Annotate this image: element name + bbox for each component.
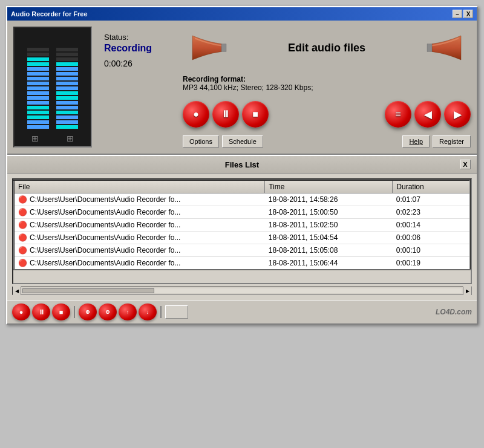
table-row[interactable]: 🔴C:\Users\User\Documents\Audio Recorder … [14, 257, 470, 270]
stop-icon: ■ [252, 109, 258, 120]
toolbar-small-rect[interactable] [165, 305, 188, 319]
toolbar-btn7[interactable]: ↓ [139, 304, 157, 320]
file-cell: 🔴C:\Users\User\Documents\Audio Recorder … [14, 232, 265, 244]
right-panel: Edit audio files [183, 27, 471, 148]
format-title: Recording format: [183, 75, 471, 83]
nav-controls: ≡ ◀ ▶ [385, 101, 471, 128]
time-cell: 18-08-2011, 15:06:44 [265, 257, 393, 270]
files-list-title: Files List [24, 160, 460, 169]
vu-bar-right [55, 38, 79, 129]
record-icon: ● [193, 109, 199, 120]
playlist-button[interactable]: ≡ [385, 101, 411, 128]
help-button[interactable]: Help [402, 135, 430, 148]
horn-right [422, 30, 471, 66]
prev-icon: ◀ [424, 109, 431, 120]
toolbar-btn4[interactable]: ⊕ [79, 304, 97, 320]
top-section: ⊞ ⊞ Status: Recording 0:00:26 [7, 21, 477, 155]
pause-button[interactable]: ⏸ [212, 101, 239, 128]
edit-audio-label: Edit audio files [231, 42, 422, 54]
file-cell: 🔴C:\Users\User\Documents\Audio Recorder … [14, 219, 265, 232]
file-icon: 🔴 [18, 195, 27, 204]
horn-left [183, 30, 231, 66]
horn-row: Edit audio files [183, 27, 471, 69]
toolbar-separator-1 [74, 306, 75, 318]
next-button[interactable]: ▶ [444, 101, 471, 128]
files-section: Files List X File Time Duration [7, 155, 477, 300]
table-row[interactable]: 🔴C:\Users\User\Documents\Audio Recorder … [14, 244, 470, 257]
time-cell: 18-08-2011, 15:05:08 [265, 244, 393, 257]
duration-cell: 0:01:07 [393, 193, 470, 206]
file-cell: 🔴C:\Users\User\Documents\Audio Recorder … [14, 206, 265, 219]
table-row[interactable]: 🔴C:\Users\User\Documents\Audio Recorder … [14, 219, 470, 232]
files-table: File Time Duration 🔴C:\Users\User\Docume… [13, 180, 471, 270]
schedule-button[interactable]: Schedule [222, 135, 263, 148]
status-value: Recording [104, 43, 171, 54]
prev-button[interactable]: ◀ [414, 101, 441, 128]
close-button[interactable]: X [463, 10, 473, 18]
file-cell: 🔴C:\Users\User\Documents\Audio Recorder … [14, 244, 265, 257]
expand-icon: ⊞ [31, 134, 39, 143]
file-cell: 🔴C:\Users\User\Documents\Audio Recorder … [14, 257, 265, 270]
table-row[interactable]: 🔴C:\Users\User\Documents\Audio Recorder … [14, 206, 470, 219]
file-icon: 🔴 [18, 259, 27, 267]
time-cell: 18-08-2011, 15:04:54 [265, 232, 393, 244]
file-icon: 🔴 [18, 221, 27, 229]
duration-cell: 0:00:14 [393, 219, 470, 232]
vu-meter: ⊞ ⊞ [13, 27, 92, 148]
stop-button[interactable]: ■ [242, 101, 269, 128]
title-bar-buttons: – X [453, 10, 473, 18]
files-content: File Time Duration 🔴C:\Users\User\Docume… [7, 174, 477, 300]
window-title: Audio Recorder for Free [11, 10, 88, 18]
minimize-button[interactable]: – [453, 10, 462, 18]
next-icon: ▶ [454, 109, 461, 120]
files-header: Files List X [7, 156, 477, 174]
time-display: 0:00:26 [104, 59, 171, 68]
duration-cell: 0:00:06 [393, 232, 470, 244]
col-time: Time [265, 180, 393, 193]
bottom-buttons: Options Schedule Help Register [183, 135, 471, 148]
expand-icon-2: ⊞ [67, 134, 74, 143]
toolbar-pause-button[interactable]: ⏸ [32, 304, 50, 320]
file-icon: 🔴 [18, 246, 27, 255]
time-cell: 18-08-2011, 15:00:50 [265, 206, 393, 219]
options-button[interactable]: Options [183, 135, 219, 148]
toolbar-icon7: ↓ [146, 309, 149, 315]
toolbar-icon4: ⊕ [85, 309, 90, 315]
controls-row: ● ⏸ ■ ≡ ◀ ▶ [183, 98, 471, 131]
toolbar-icon5: ⊖ [105, 309, 110, 315]
bottom-toolbar: ● ⏸ ■ ⊕ ⊖ ↑ ↓ LO4D.com [7, 300, 477, 323]
files-close-button[interactable]: X [460, 160, 471, 169]
toolbar-btn6[interactable]: ↑ [119, 304, 137, 320]
files-table-inner[interactable]: File Time Duration 🔴C:\Users\User\Docume… [13, 180, 471, 283]
table-header-row: File Time Duration [14, 180, 470, 193]
duration-cell: 0:00:10 [393, 244, 470, 257]
toolbar-record-button[interactable]: ● [12, 304, 30, 320]
scroll-left-button[interactable]: ◀ [13, 287, 21, 295]
duration-cell: 0:00:19 [393, 257, 470, 270]
watermark-logo: LO4D.com [436, 308, 472, 316]
playlist-icon: ≡ [395, 109, 401, 120]
table-row[interactable]: 🔴C:\Users\User\Documents\Audio Recorder … [14, 232, 470, 244]
file-icon: 🔴 [18, 208, 27, 216]
toolbar-btn5[interactable]: ⊖ [99, 304, 117, 320]
vu-bottom-icons: ⊞ ⊞ [18, 134, 88, 143]
time-cell: 18-08-2011, 15:02:50 [265, 219, 393, 232]
toolbar-stop-button[interactable]: ■ [52, 304, 70, 320]
toolbar-icon6: ↑ [126, 309, 129, 315]
toolbar-record-icon: ● [19, 308, 24, 316]
toolbar-pause-icon: ⏸ [38, 308, 45, 316]
table-row[interactable]: 🔴C:\Users\User\Documents\Audio Recorder … [14, 193, 470, 206]
status-panel: Status: Recording 0:00:26 [98, 27, 177, 148]
pause-icon: ⏸ [221, 109, 231, 120]
playback-controls: ● ⏸ ■ [183, 101, 269, 128]
record-button[interactable]: ● [183, 101, 209, 128]
format-details: MP3 44,100 kHz; Stereo; 128-320 Kbps; [183, 83, 471, 92]
col-duration: Duration [393, 180, 470, 193]
scroll-right-button[interactable]: ▶ [463, 287, 471, 295]
duration-cell: 0:02:23 [393, 206, 470, 219]
file-cell: 🔴C:\Users\User\Documents\Audio Recorder … [14, 193, 265, 206]
toolbar-stop-icon: ■ [59, 308, 64, 316]
format-info: Recording format: MP3 44,100 kHz; Stereo… [183, 74, 471, 93]
main-window: Audio Recorder for Free – X [6, 6, 478, 325]
register-button[interactable]: Register [433, 135, 471, 148]
